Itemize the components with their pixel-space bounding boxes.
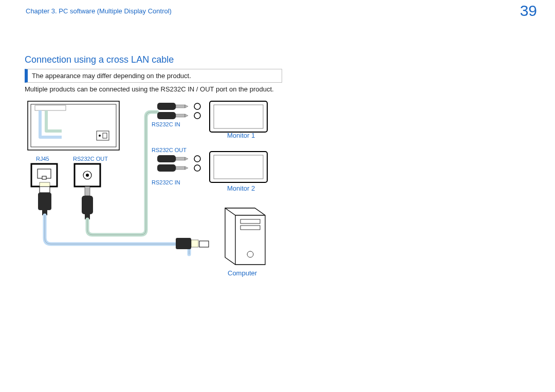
svg-rect-28 xyxy=(176,157,185,160)
monitor2-label: Monitor 2 xyxy=(227,184,255,192)
audio-jack-plug-mid-icon xyxy=(157,155,200,172)
svg-rect-2 xyxy=(35,105,66,110)
svg-rect-31 xyxy=(157,164,176,172)
audio-jack-plug-top-icon xyxy=(157,103,200,119)
svg-point-26 xyxy=(194,113,200,119)
page-number: 39 xyxy=(520,2,537,20)
svg-rect-23 xyxy=(157,112,176,119)
rs232c-in-bottom-label: RS232C IN xyxy=(152,179,180,185)
svg-rect-37 xyxy=(210,152,267,182)
svg-rect-38 xyxy=(214,155,263,179)
svg-rect-27 xyxy=(157,155,176,162)
svg-point-34 xyxy=(194,165,200,171)
svg-rect-42 xyxy=(176,238,191,249)
rs232c-out-left-port-icon xyxy=(75,164,100,186)
svg-marker-25 xyxy=(185,114,188,117)
monitor1-icon xyxy=(210,101,267,132)
rj45-plug-tower-icon xyxy=(176,238,209,249)
rs232c-in-top-label: RS232C IN xyxy=(152,121,180,127)
svg-point-22 xyxy=(194,103,200,109)
svg-point-30 xyxy=(194,156,200,162)
svg-rect-8 xyxy=(42,176,46,179)
svg-point-11 xyxy=(86,174,89,177)
computer-label: Computer xyxy=(228,269,257,277)
svg-rect-5 xyxy=(103,133,107,138)
chapter-header: Chapter 3. PC software (Multiple Display… xyxy=(26,7,172,15)
svg-marker-21 xyxy=(185,105,188,108)
svg-rect-1 xyxy=(31,104,116,147)
note-appearance: The appearance may differ depending on t… xyxy=(25,69,282,83)
description-text: Multiple products can be connected using… xyxy=(25,85,274,93)
svg-rect-16 xyxy=(85,186,90,196)
connection-diagram: RJ45 RS232C OUT RS232C IN RS232C OUT RS2… xyxy=(25,100,292,285)
rj45-plug-icon xyxy=(38,182,51,215)
section-title: Connection using a cross LAN cable xyxy=(25,54,174,65)
svg-rect-14 xyxy=(38,193,51,210)
svg-rect-17 xyxy=(82,196,93,214)
svg-rect-20 xyxy=(176,105,185,108)
svg-rect-43 xyxy=(191,240,198,247)
svg-rect-44 xyxy=(199,241,209,247)
rj45-label: RJ45 xyxy=(36,156,49,162)
svg-rect-12 xyxy=(40,186,50,193)
monitor2-icon xyxy=(210,152,267,182)
rs232c-cable-icon xyxy=(87,112,157,235)
diagram-svg xyxy=(25,100,292,285)
device-back-panel-icon xyxy=(28,101,119,150)
rs232c-out-left-label: RS232C OUT xyxy=(73,156,108,162)
svg-marker-29 xyxy=(185,157,188,160)
monitor1-label: Monitor 1 xyxy=(227,132,255,139)
svg-rect-19 xyxy=(157,103,176,110)
rs232c-out-mid-label: RS232C OUT xyxy=(152,147,187,153)
svg-point-4 xyxy=(99,135,101,137)
rs232c-plug-left-icon xyxy=(82,186,93,219)
svg-rect-36 xyxy=(214,105,263,128)
svg-rect-13 xyxy=(40,182,50,186)
computer-tower-icon xyxy=(225,208,265,265)
svg-rect-35 xyxy=(210,101,267,132)
svg-rect-32 xyxy=(176,166,185,170)
svg-rect-24 xyxy=(176,114,185,117)
svg-marker-33 xyxy=(185,166,188,170)
